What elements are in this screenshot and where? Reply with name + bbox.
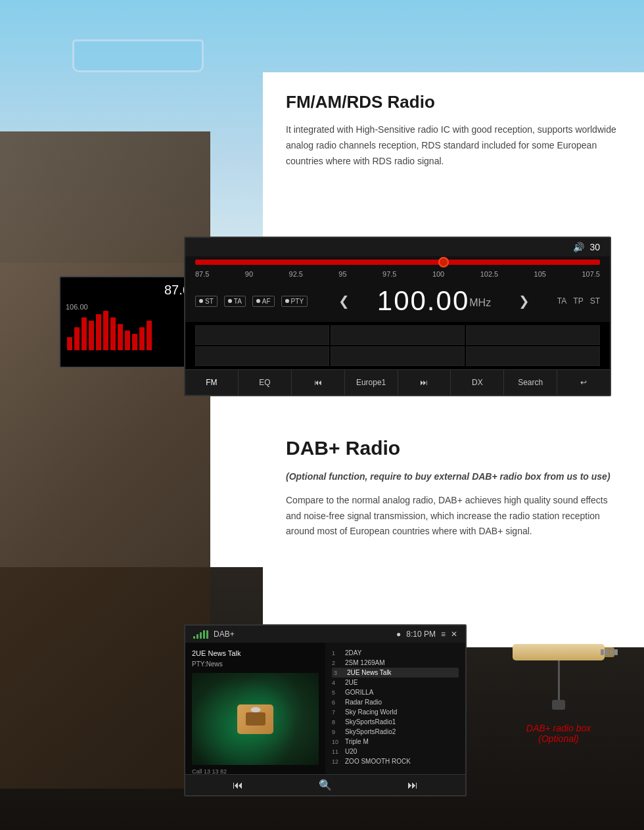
pin-3 bbox=[610, 649, 613, 655]
frequency-labels: 87.5 90 92.5 95 97.5 100 102.5 105 107.5 bbox=[195, 268, 600, 280]
freq-label-875: 87.5 bbox=[195, 270, 209, 278]
preset-6[interactable] bbox=[466, 346, 600, 366]
channel-item-3[interactable]: 32UE News Talk bbox=[332, 668, 459, 678]
bar-1 bbox=[67, 337, 72, 350]
freq-value: 100.00 bbox=[377, 285, 469, 316]
signal-bar-3 bbox=[200, 632, 202, 639]
dab-top-right: ● 8:10 PM ≡ ✕ bbox=[396, 630, 457, 639]
dab-close-icon: ✕ bbox=[451, 630, 457, 639]
back-button[interactable]: ↩ bbox=[557, 370, 610, 395]
radio-ui-mockup: 🔊 30 87.5 90 92.5 95 97.5 100 102.5 105 … bbox=[184, 237, 611, 396]
freq-prev-button[interactable]: ❮ bbox=[338, 293, 350, 309]
channel-item-12[interactable]: 12ZOO SMOOTH ROCK bbox=[332, 756, 459, 766]
dab-label: DAB+ bbox=[214, 630, 235, 639]
dab-next-button[interactable]: ⏭ bbox=[407, 779, 418, 791]
dashboard-screen: 87.60 106.00 bbox=[59, 276, 204, 368]
channel-item-11[interactable]: 11U20 bbox=[332, 747, 459, 756]
badge-af[interactable]: AF bbox=[252, 296, 275, 307]
preset-4[interactable] bbox=[195, 346, 329, 366]
signal-bar-4 bbox=[203, 630, 205, 639]
next-button[interactable]: ⏭ bbox=[398, 370, 451, 395]
channel-item-4[interactable]: 42UE bbox=[332, 678, 459, 687]
dab-menu-icon: ≡ bbox=[441, 630, 446, 639]
signal-bar-5 bbox=[206, 630, 208, 639]
frequency-thumb[interactable] bbox=[438, 257, 449, 267]
fm-heading: FM/AM/RDS Radio bbox=[286, 92, 621, 112]
dab-content: 2UE News Talk PTY:News Call 13 13 82 12D… bbox=[185, 643, 465, 774]
preset-2[interactable] bbox=[331, 325, 465, 345]
freq-label-925: 92.5 bbox=[289, 270, 303, 278]
channel-item-8[interactable]: 8SkySportsRadio1 bbox=[332, 717, 459, 727]
bar-4 bbox=[89, 321, 94, 350]
bar-3 bbox=[81, 317, 87, 350]
pin-1 bbox=[601, 649, 604, 655]
channel-item-9[interactable]: 9SkySportsRadio2 bbox=[332, 727, 459, 737]
preset-5[interactable] bbox=[331, 346, 465, 366]
freq-next-button[interactable]: ❯ bbox=[518, 293, 530, 309]
dashboard-sub-freq: 106.00 bbox=[60, 303, 202, 311]
fm-section: FM/AM/RDS Radio It integrated with High-… bbox=[263, 72, 644, 185]
search-button[interactable]: Search bbox=[504, 370, 557, 395]
freq-label-1075: 107.5 bbox=[582, 270, 600, 278]
rearview-mirror bbox=[72, 39, 204, 72]
dab-signal-bars bbox=[193, 630, 208, 639]
channel-item-10[interactable]: 10Triple M bbox=[332, 737, 459, 747]
bar-6 bbox=[103, 311, 108, 350]
dab-artwork bbox=[192, 673, 319, 765]
freq-label-95: 95 bbox=[338, 270, 346, 278]
frequency-display: 100.00MHz bbox=[377, 285, 491, 317]
channel-item-5[interactable]: 5GORILLA bbox=[332, 687, 459, 697]
station-name: 2UE News Talk bbox=[192, 649, 319, 657]
antenna-plug bbox=[552, 700, 565, 710]
pty-label: PTY:News bbox=[192, 660, 319, 668]
radio-volume-bar: 🔊 30 bbox=[185, 238, 610, 256]
freq-label-975: 97.5 bbox=[382, 270, 396, 278]
label-tp: TP bbox=[573, 296, 583, 306]
dab-box-optional: (Optional) bbox=[538, 733, 578, 744]
dab-left-panel: 2UE News Talk PTY:News Call 13 13 82 bbox=[185, 643, 325, 774]
dab-signal-dot: ● bbox=[396, 630, 401, 639]
bar-8 bbox=[118, 324, 123, 350]
dongle-body bbox=[513, 644, 605, 660]
dab-dongle-shape bbox=[499, 637, 618, 716]
channel-item-2[interactable]: 22SM 1269AM bbox=[332, 658, 459, 668]
channel-item-7[interactable]: 7Sky Racing World bbox=[332, 707, 459, 717]
dab-box-label: DAB+ radio box (Optional) bbox=[486, 723, 631, 744]
dab-bottom-controls: ⏮ 🔍 ⏭ bbox=[185, 774, 465, 795]
preset-1[interactable] bbox=[195, 325, 329, 345]
badge-ta[interactable]: TA bbox=[224, 296, 246, 307]
badge-pty[interactable]: PTY bbox=[281, 296, 308, 307]
dab-top-bar: DAB+ ● 8:10 PM ≡ ✕ bbox=[185, 626, 465, 643]
freq-label-100: 100 bbox=[432, 270, 444, 278]
frequency-track[interactable] bbox=[195, 260, 600, 265]
fm-button[interactable]: FM bbox=[185, 370, 239, 395]
fm-description: It integrated with High-Sensitive radio … bbox=[286, 122, 621, 169]
dab-box-visual bbox=[499, 637, 618, 716]
channel-item-1[interactable]: 12DAY bbox=[332, 648, 459, 658]
signal-bar-1 bbox=[193, 636, 195, 639]
preset-3[interactable] bbox=[466, 325, 600, 345]
dashboard-bars bbox=[60, 311, 202, 350]
bar-2 bbox=[74, 327, 80, 350]
bar-5 bbox=[96, 314, 101, 350]
dab-search-button[interactable]: 🔍 bbox=[319, 779, 332, 791]
prev-button[interactable]: ⏮ bbox=[292, 370, 345, 395]
cable bbox=[558, 660, 560, 700]
bar-7 bbox=[110, 317, 116, 350]
eq-button[interactable]: EQ bbox=[239, 370, 292, 395]
dx-button[interactable]: DX bbox=[451, 370, 504, 395]
dab-top-left: DAB+ bbox=[193, 630, 235, 639]
badge-st[interactable]: ST bbox=[195, 296, 218, 307]
channel-item-6[interactable]: 6Radar Radio bbox=[332, 697, 459, 707]
preset-grid bbox=[185, 322, 610, 369]
freq-label-1025: 102.5 bbox=[480, 270, 499, 278]
radio-body bbox=[246, 712, 265, 726]
dab-description: Compare to the normal analog radio, DAB+… bbox=[286, 493, 621, 540]
europe1-button[interactable]: Europe1 bbox=[345, 370, 398, 395]
dab-prev-button[interactable]: ⏮ bbox=[233, 779, 243, 791]
dab-channel-list-panel: 12DAY 22SM 1269AM 32UE News Talk 42UE 5G… bbox=[325, 643, 465, 774]
dab-ui-mockup: DAB+ ● 8:10 PM ≡ ✕ 2UE News Talk PTY:New… bbox=[184, 624, 467, 796]
radio-bottom-bar: FM EQ ⏮ Europe1 ⏭ DX Search ↩ bbox=[185, 369, 610, 395]
pin-4 bbox=[614, 649, 618, 655]
dab-time: 8:10 PM bbox=[406, 630, 436, 639]
